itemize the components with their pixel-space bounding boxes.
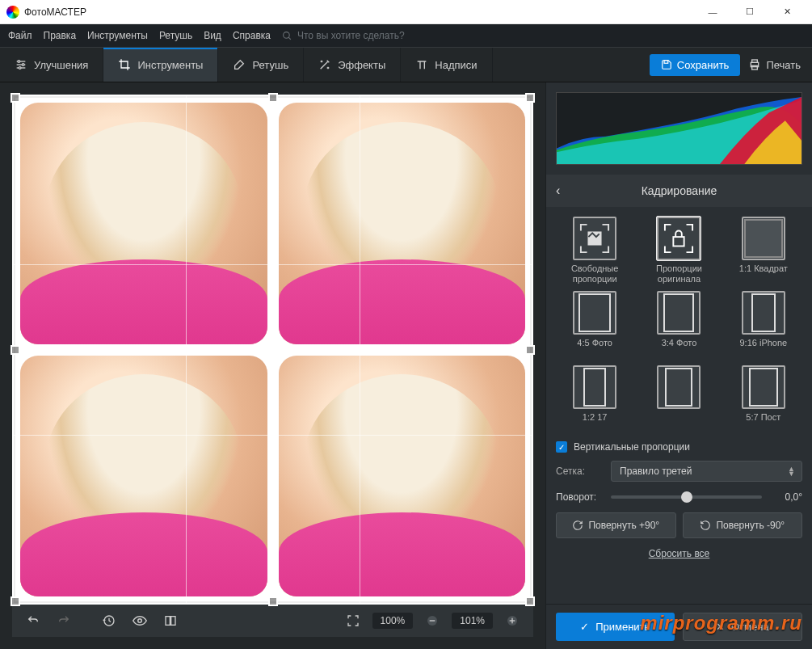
history-button[interactable] <box>98 609 120 632</box>
brush-icon <box>233 58 246 71</box>
photo-cell <box>20 103 267 344</box>
save-button[interactable]: Сохранить <box>650 54 741 76</box>
history-icon <box>103 614 116 627</box>
canvas-area: 100% 101% <box>0 82 545 649</box>
reset-link[interactable]: Сбросить все <box>556 548 802 559</box>
rotate-value: 0,0° <box>770 491 802 503</box>
close-button[interactable]: ✕ <box>768 0 806 24</box>
lock-crop-icon <box>663 223 694 254</box>
tab-enhance[interactable]: Улучшения <box>0 48 103 82</box>
tab-effects-label: Эффекты <box>338 59 385 71</box>
preview-button[interactable] <box>128 609 151 632</box>
free-crop-icon <box>579 223 610 254</box>
panel-header: ‹ Кадрирование <box>546 175 812 207</box>
menu-tools[interactable]: Инструменты <box>87 30 148 41</box>
svg-rect-14 <box>171 617 175 626</box>
apply-button-label: Применить <box>595 621 650 633</box>
redo-icon <box>57 614 70 627</box>
zoom-value: 101% <box>452 613 493 629</box>
text-icon <box>415 58 428 71</box>
checkbox-icon: ✓ <box>556 441 567 453</box>
menu-edit[interactable]: Правка <box>44 30 77 41</box>
panel-back-button[interactable]: ‹ <box>556 183 560 198</box>
save-button-label: Сохранить <box>677 59 730 71</box>
menu-search[interactable]: Что вы хотите сделать? <box>282 30 405 41</box>
menu-help[interactable]: Справка <box>233 30 271 41</box>
minus-circle-icon <box>426 614 439 627</box>
histogram-chart <box>557 93 801 164</box>
window-title: ФотоМАСТЕР <box>24 6 86 18</box>
apply-button[interactable]: ✓ Применить <box>556 613 675 641</box>
rotate-ccw-label: Повернуть -90° <box>716 520 785 531</box>
grid-label: Сетка: <box>556 466 603 477</box>
canvas[interactable] <box>12 95 533 605</box>
menu-retouch[interactable]: Ретушь <box>159 30 192 41</box>
preset-square[interactable]: 1:1 Квадрат <box>725 217 802 284</box>
photo-cell <box>20 356 267 597</box>
svg-point-5 <box>18 61 20 63</box>
print-button[interactable]: Печать <box>748 58 801 71</box>
tab-effects[interactable]: Эффекты <box>304 48 401 82</box>
rotate-cw-icon <box>572 520 583 531</box>
bottom-toolbar: 100% 101% <box>12 605 533 637</box>
svg-rect-16 <box>430 620 435 621</box>
compare-icon <box>164 614 177 627</box>
zoom-out-button[interactable] <box>421 609 444 632</box>
svg-rect-13 <box>166 617 170 626</box>
vertical-proportions-checkbox[interactable]: ✓ Вертикальные пропорции <box>556 441 802 453</box>
svg-rect-8 <box>664 61 668 64</box>
maximize-button[interactable]: ☐ <box>731 0 768 24</box>
rotate-cw-label: Повернуть +90° <box>588 520 659 531</box>
svg-rect-19 <box>511 618 512 624</box>
grid-dropdown[interactable]: Правило третей ▲▼ <box>611 461 802 482</box>
preset-original[interactable]: Пропорцииоригинала <box>640 217 717 284</box>
fit-icon <box>347 614 360 627</box>
window-titlebar: ФотоМАСТЕР — ☐ ✕ <box>0 0 812 24</box>
main-toolbar: Улучшения Инструменты Ретушь Эффекты Над… <box>0 47 812 82</box>
preset-3-4[interactable]: 3:4 Фото <box>640 291 717 359</box>
rotate-ccw-button[interactable]: Повернуть -90° <box>683 512 803 538</box>
compare-button[interactable] <box>159 609 182 632</box>
preset-1-2[interactable]: 1:2 17 <box>556 365 633 433</box>
rotate-slider[interactable] <box>611 495 762 499</box>
svg-rect-21 <box>674 237 684 246</box>
svg-point-7 <box>19 67 21 70</box>
svg-rect-10 <box>752 60 758 62</box>
menu-bar: Файл Правка Инструменты Ретушь Вид Справ… <box>0 24 812 47</box>
preset-2-3[interactable] <box>640 365 717 433</box>
rotate-label: Поворот: <box>556 491 603 503</box>
fit-button[interactable] <box>342 609 364 632</box>
redo-button[interactable] <box>53 609 75 632</box>
save-icon <box>661 59 672 70</box>
svg-line-1 <box>288 37 291 40</box>
tab-retouch[interactable]: Ретушь <box>218 48 304 82</box>
menu-view[interactable]: Вид <box>204 30 221 41</box>
zoom-fit-value: 100% <box>372 613 414 629</box>
wand-icon <box>318 58 331 71</box>
preset-9-16[interactable]: 9:16 iPhone <box>725 291 802 359</box>
svg-point-12 <box>138 619 142 623</box>
undo-icon <box>27 614 40 627</box>
check-icon: ✓ <box>580 621 589 633</box>
tab-text[interactable]: Надписи <box>401 48 492 82</box>
preset-5-7[interactable]: 5:7 Пост <box>725 365 802 433</box>
minimize-button[interactable]: — <box>694 0 731 24</box>
tab-text-label: Надписи <box>435 59 477 71</box>
histogram <box>556 92 802 165</box>
chevron-updown-icon: ▲▼ <box>788 466 793 476</box>
tab-enhance-label: Улучшения <box>34 59 88 71</box>
app-logo-icon <box>6 6 19 19</box>
menu-file[interactable]: Файл <box>8 30 32 41</box>
print-icon <box>748 58 761 71</box>
eye-icon <box>133 613 147 628</box>
undo-button[interactable] <box>22 609 44 632</box>
cancel-button-label: Отмена <box>731 621 769 633</box>
preset-free[interactable]: Свободныепропорции <box>556 217 633 284</box>
zoom-in-button[interactable] <box>501 609 524 632</box>
preset-4-5[interactable]: 4:5 Фото <box>556 291 633 359</box>
tab-tools[interactable]: Инструменты <box>103 48 218 82</box>
cancel-button[interactable]: ✕ Отмена <box>683 613 803 641</box>
panel-title: Кадрирование <box>642 184 717 197</box>
rotate-cw-button[interactable]: Повернуть +90° <box>556 512 676 538</box>
rotate-ccw-icon <box>700 520 711 531</box>
